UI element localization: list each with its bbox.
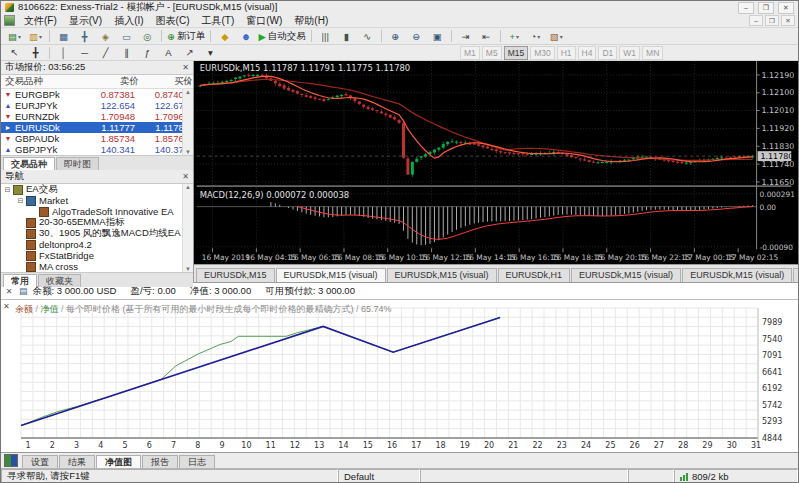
chart-tab-1[interactable]: EURUSDk,M15 (visual): [276, 268, 386, 282]
new-chart[interactable]: ▤▾: [5, 29, 24, 44]
child-minimize-button[interactable]: –: [749, 15, 763, 26]
market-watch-tab-交易品种[interactable]: 交易品种: [3, 157, 55, 170]
child-close-button[interactable]: ✕: [781, 15, 795, 26]
experts-list[interactable]: ☻: [236, 29, 255, 44]
bar-chart-mode[interactable]: |||: [316, 29, 335, 44]
scroll-up-icon[interactable]: ▲: [185, 184, 191, 190]
timeframe-w1[interactable]: W1: [619, 46, 640, 60]
market-row-EURNZDk[interactable]: ▼EURNZDk1.709481.70969: [1, 111, 193, 122]
tree-node[interactable]: FxStatBridge: [1, 250, 193, 261]
tester-tab-日志[interactable]: 日志: [179, 455, 215, 468]
objects-dropdown[interactable]: ▾: [201, 45, 220, 60]
zoom-out[interactable]: ⊖: [407, 29, 426, 44]
navigator-toggle[interactable]: ◈: [96, 29, 115, 44]
chart-tab-6[interactable]: EURUSDk,M15 (visual): [793, 268, 799, 282]
tile-windows[interactable]: ▣: [428, 29, 447, 44]
zoom-in[interactable]: ⊕: [386, 29, 405, 44]
navigator-close-icon[interactable]: ✕: [182, 172, 189, 181]
horizontal-line-tool[interactable]: ─: [75, 45, 94, 60]
tester-tab-净值图[interactable]: 净值图: [96, 455, 141, 468]
profiles[interactable]: ▥▾: [26, 29, 45, 44]
close-button[interactable]: ✕: [778, 2, 794, 14]
market-row-GBPJPYk[interactable]: ▲GBPJPYk140.341140.372: [1, 144, 193, 155]
tree-node[interactable]: deltonpro4.2: [1, 239, 193, 250]
timeframe-m5[interactable]: M5: [482, 46, 502, 60]
timeframe-m30[interactable]: M30: [530, 46, 555, 60]
tester-tab-结果[interactable]: 结果: [59, 455, 95, 468]
market-watch-toggle[interactable]: ▦: [54, 29, 73, 44]
menu-view[interactable]: 显示(V): [63, 14, 108, 27]
periods-list[interactable]: ◔▾: [526, 29, 545, 44]
candle-chart-mode[interactable]: ▮: [337, 29, 356, 44]
chart-shift[interactable]: ⇤: [477, 29, 496, 44]
menu-charts[interactable]: 图表(C): [150, 14, 196, 27]
scroll-down-icon[interactable]: ▼: [185, 149, 191, 155]
timeframe-d1[interactable]: D1: [598, 46, 617, 60]
child-restore-button[interactable]: ❐: [765, 15, 779, 26]
cursor-tool[interactable]: ↖: [5, 45, 24, 60]
tester-tab-设置[interactable]: 设置: [22, 455, 58, 468]
timeframe-m15[interactable]: M15: [504, 46, 529, 60]
market-watch-tab-即时图[interactable]: 即时图: [56, 157, 99, 170]
arrows-tool[interactable]: ↗: [180, 45, 199, 60]
crosshair-tool[interactable]: ╋: [26, 45, 45, 60]
auto-scroll[interactable]: ⇥: [456, 29, 475, 44]
market-row-GBPAUDk[interactable]: ▼GBPAUDk1.857341.85766: [1, 133, 193, 144]
chart-tab-4[interactable]: EURUSDk,M15 (visual): [571, 268, 681, 282]
column-header-0[interactable]: 交易品种: [1, 75, 83, 88]
minimize-button[interactable]: –: [738, 2, 754, 14]
terminal-close-icon[interactable]: ✕: [4, 287, 14, 296]
legend-token-2: 每个即时价格 (基于所有可用的最小时段生成每个即时价格的最精确方式): [66, 304, 354, 314]
tree-node[interactable]: MA cross: [1, 261, 193, 272]
market-row-EURUSDk[interactable]: ►EURUSDk1.117771.11786: [1, 122, 193, 133]
menu-insert[interactable]: 插入(I): [108, 14, 149, 27]
metaeditor[interactable]: ◆: [215, 29, 234, 44]
market-row-EURJPYk[interactable]: ▲EURJPYk122.654122.672: [1, 100, 193, 111]
tester-graph-canvas[interactable]: 7989754070916641619257425293484412345678…: [1, 300, 799, 452]
chart-tab-2[interactable]: EURUSDk,M15 (visual): [387, 268, 497, 282]
tree-node[interactable]: ⊟Market: [1, 195, 193, 206]
channel-tool[interactable]: ∥: [117, 45, 136, 60]
text-tool[interactable]: A: [159, 45, 178, 60]
menu-tools[interactable]: 工具(T): [195, 14, 240, 27]
market-row-EURGBPk[interactable]: ▼EURGBPk0.873810.87405: [1, 89, 193, 100]
menu-window[interactable]: 窗口(W): [240, 14, 288, 27]
menu-file[interactable]: 文件(F): [18, 14, 63, 27]
chart-tab-0[interactable]: EURUSDk,M15: [196, 268, 275, 282]
chart-tab-3[interactable]: EURUSDk,H1: [498, 268, 571, 282]
menu-help[interactable]: 帮助(H): [288, 14, 334, 27]
timeframe-h1[interactable]: H1: [557, 46, 576, 60]
tester-graph-close-icon[interactable]: ✕: [3, 302, 10, 311]
timeframe-m1[interactable]: M1: [460, 46, 480, 60]
collapse-icon[interactable]: ⊟: [3, 186, 12, 194]
navigator-scrollbar[interactable]: ▲▼: [182, 184, 193, 272]
new-order[interactable]: ⊕新订单: [166, 29, 206, 44]
indicators-list[interactable]: +▾: [505, 29, 524, 44]
vertical-line-tool[interactable]: │: [54, 45, 73, 60]
status-profile-cell[interactable]: Default: [338, 469, 420, 483]
market-watch-scrollbar[interactable]: ▲▼: [182, 89, 193, 155]
chart-tab-5[interactable]: EURUSDk,M15 (visual): [682, 268, 792, 282]
data-window-toggle[interactable]: ╋: [75, 29, 94, 44]
column-header-2[interactable]: 买价: [139, 75, 193, 88]
scroll-up-icon[interactable]: ▲: [185, 89, 191, 95]
strategy-tester-toggle[interactable]: ◎: [138, 29, 157, 44]
market-watch-close-icon[interactable]: ✕: [182, 63, 189, 72]
price-chart-canvas[interactable]: 1.121901.121001.120101.119201.118301.117…: [194, 61, 794, 264]
trendline-tool[interactable]: ╱: [96, 45, 115, 60]
tree-node[interactable]: ⊟EA交易: [1, 184, 193, 195]
timeframe-h4[interactable]: H4: [578, 46, 597, 60]
collapse-icon[interactable]: ⊟: [16, 197, 25, 205]
line-chart-mode[interactable]: ∿: [358, 29, 377, 44]
scroll-up-icon[interactable]: ▲: [186, 79, 192, 85]
maximize-button[interactable]: ❐: [758, 2, 774, 14]
templates-list[interactable]: ▧▾: [547, 29, 566, 44]
tester-tab-报告[interactable]: 报告: [142, 455, 178, 468]
timeframe-mn[interactable]: MN: [642, 46, 663, 60]
fibonacci-tool[interactable]: ƒ: [138, 45, 157, 60]
scroll-down-icon[interactable]: ▼: [185, 266, 191, 272]
terminal-toggle[interactable]: ▭: [117, 29, 136, 44]
column-header-1[interactable]: 卖价: [83, 75, 139, 88]
tree-node[interactable]: 30、1905 风的飘逸MACD均线EA: [1, 228, 193, 239]
autotrading[interactable]: ▶自动交易: [257, 29, 306, 44]
